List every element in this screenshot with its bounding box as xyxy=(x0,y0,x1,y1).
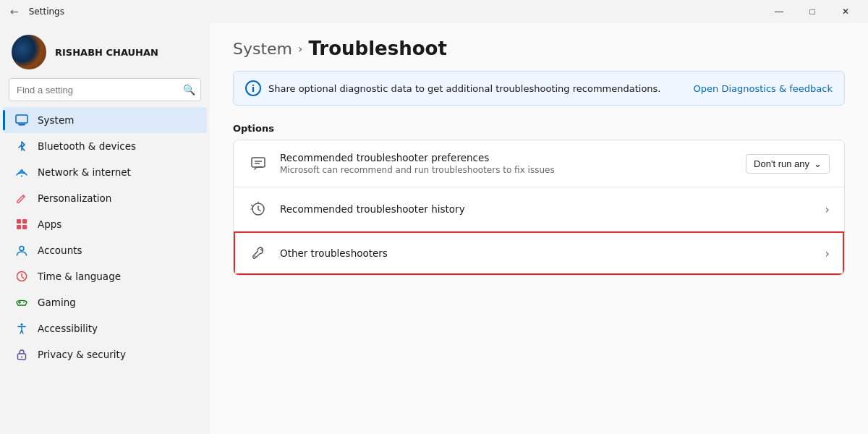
apps-label: Apps xyxy=(38,218,61,230)
info-banner: i Share optional diagnostic data to get … xyxy=(233,71,845,106)
network-icon xyxy=(14,165,29,179)
chevron-right-icon: › xyxy=(825,203,830,216)
accounts-label: Accounts xyxy=(38,244,82,256)
recommended-history-row[interactable]: Recommended troubleshooter history › xyxy=(234,187,844,231)
sidebar-item-privacy[interactable]: Privacy & security xyxy=(3,341,207,367)
accessibility-icon xyxy=(14,321,29,336)
app-body: RISHABH CHAUHAN 🔍 System xyxy=(0,23,868,434)
time-icon xyxy=(14,269,29,284)
sidebar-item-time[interactable]: Time & language xyxy=(3,263,207,289)
gaming-icon xyxy=(14,295,29,310)
info-banner-text: Share optional diagnostic data to get ad… xyxy=(268,83,660,94)
user-section[interactable]: RISHABH CHAUHAN xyxy=(0,23,210,78)
sidebar-item-bluetooth[interactable]: Bluetooth & devices xyxy=(3,133,207,159)
svg-point-20 xyxy=(255,256,256,258)
other-chevron-right-icon: › xyxy=(825,247,830,260)
minimize-button[interactable]: — xyxy=(762,0,796,23)
svg-point-15 xyxy=(21,357,22,358)
svg-rect-5 xyxy=(22,219,27,224)
close-button[interactable]: ✕ xyxy=(829,0,862,23)
title-bar-left: ← Settings xyxy=(6,3,64,20)
personalization-icon xyxy=(14,191,29,205)
sidebar: RISHABH CHAUHAN 🔍 System xyxy=(0,23,210,434)
gaming-label: Gaming xyxy=(38,297,76,308)
app-title: Settings xyxy=(29,7,64,17)
svg-rect-16 xyxy=(252,158,265,167)
svg-rect-7 xyxy=(22,225,27,229)
breadcrumb-current: Troubleshoot xyxy=(308,38,446,59)
apps-icon xyxy=(14,217,29,231)
recommended-prefs-text: Recommended troubleshooter preferences M… xyxy=(280,152,734,175)
chat-icon xyxy=(248,153,268,174)
recommended-history-text: Recommended troubleshooter history xyxy=(280,203,814,215)
sidebar-nav: System Bluetooth & devices xyxy=(0,107,210,367)
other-troubleshooters-row[interactable]: Other troubleshooters › xyxy=(234,231,844,275)
svg-rect-6 xyxy=(17,225,21,229)
accessibility-label: Accessibility xyxy=(38,323,98,334)
svg-point-12 xyxy=(23,302,25,303)
search-box: 🔍 xyxy=(9,78,201,101)
dont-run-any-dropdown[interactable]: Don't run any ⌄ xyxy=(746,154,830,174)
info-banner-left: i Share optional diagnostic data to get … xyxy=(245,80,660,96)
avatar xyxy=(12,35,46,69)
main-content: System › Troubleshoot i Share optional d… xyxy=(210,23,868,434)
open-diagnostics-link[interactable]: Open Diagnostics & feedback xyxy=(694,83,833,94)
history-icon xyxy=(248,199,268,219)
system-icon xyxy=(14,113,29,127)
search-input[interactable] xyxy=(9,78,201,101)
sidebar-item-system[interactable]: System xyxy=(3,107,207,133)
time-label: Time & language xyxy=(38,271,121,282)
dropdown-chevron-icon: ⌄ xyxy=(814,158,822,169)
other-troubleshooters-control: › xyxy=(825,247,830,260)
sidebar-item-accessibility[interactable]: Accessibility xyxy=(3,315,207,341)
network-label: Network & internet xyxy=(38,166,131,178)
bluetooth-label: Bluetooth & devices xyxy=(38,140,136,152)
search-icon: 🔍 xyxy=(183,84,195,95)
recommended-prefs-subtitle: Microsoft can recommend and run troubles… xyxy=(280,165,734,175)
recommended-prefs-title: Recommended troubleshooter preferences xyxy=(280,152,734,163)
system-label: System xyxy=(38,114,74,126)
personalization-label: Personalization xyxy=(38,192,111,204)
title-bar: ← Settings — □ ✕ xyxy=(0,0,868,23)
accounts-icon xyxy=(14,243,29,258)
svg-point-3 xyxy=(21,176,22,177)
sidebar-item-accounts[interactable]: Accounts xyxy=(3,237,207,263)
wrench-icon xyxy=(248,243,268,263)
other-troubleshooters-text: Other troubleshooters xyxy=(280,247,814,259)
recommended-history-control: › xyxy=(825,203,830,216)
svg-point-13 xyxy=(21,323,23,326)
maximize-button[interactable]: □ xyxy=(796,0,829,23)
bluetooth-icon xyxy=(14,139,29,153)
info-icon: i xyxy=(245,80,261,96)
window-controls: — □ ✕ xyxy=(762,0,862,23)
sidebar-item-personalization[interactable]: Personalization xyxy=(3,185,207,211)
recommended-prefs-control: Don't run any ⌄ xyxy=(746,154,830,174)
sidebar-item-gaming[interactable]: Gaming xyxy=(3,289,207,315)
breadcrumb-arrow: › xyxy=(298,42,302,56)
sidebar-item-network[interactable]: Network & internet xyxy=(3,159,207,185)
breadcrumb: System › Troubleshoot xyxy=(233,38,845,59)
breadcrumb-parent[interactable]: System xyxy=(233,40,292,58)
options-card: Recommended troubleshooter preferences M… xyxy=(233,140,845,276)
privacy-label: Privacy & security xyxy=(38,349,126,360)
back-button[interactable]: ← xyxy=(6,3,23,20)
svg-rect-4 xyxy=(17,219,21,224)
recommended-history-title: Recommended troubleshooter history xyxy=(280,203,814,215)
svg-point-8 xyxy=(20,247,24,251)
sidebar-item-apps[interactable]: Apps xyxy=(3,211,207,237)
privacy-icon xyxy=(14,347,29,362)
recommended-prefs-row[interactable]: Recommended troubleshooter preferences M… xyxy=(234,140,844,187)
user-name: RISHABH CHAUHAN xyxy=(55,47,158,58)
other-troubleshooters-title: Other troubleshooters xyxy=(280,247,814,259)
svg-rect-0 xyxy=(16,115,27,123)
options-section-title: Options xyxy=(233,123,845,134)
